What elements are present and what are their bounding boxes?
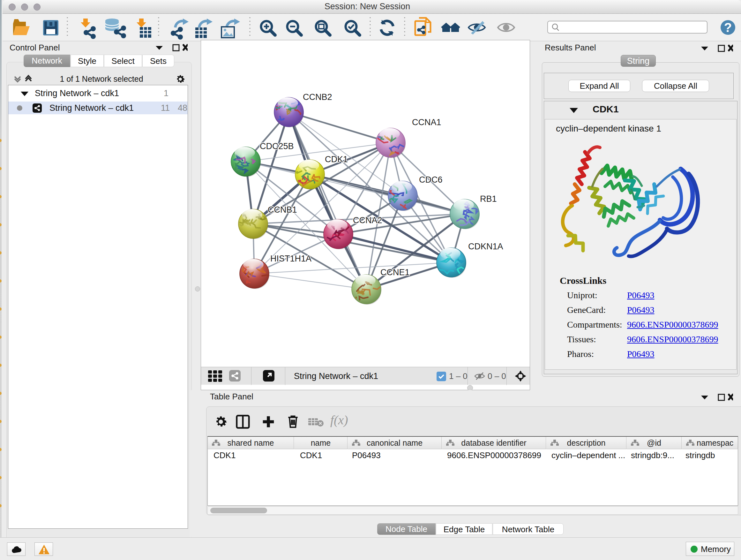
svg-text:CCNA2: CCNA2 bbox=[353, 215, 382, 225]
svg-text:CDK1: CDK1 bbox=[325, 154, 348, 164]
svg-text:CCNB1: CCNB1 bbox=[268, 205, 297, 214]
svg-text:CDC6: CDC6 bbox=[419, 175, 443, 185]
svg-text:RB1: RB1 bbox=[480, 194, 497, 204]
svg-text:CCNA1: CCNA1 bbox=[412, 118, 441, 127]
svg-text:HIST1H1A: HIST1H1A bbox=[270, 254, 312, 263]
svg-text:CDC25B: CDC25B bbox=[260, 141, 294, 151]
svg-text:CCNB2: CCNB2 bbox=[303, 92, 332, 102]
svg-text:?: ? bbox=[724, 20, 732, 35]
svg-text:CCNE1: CCNE1 bbox=[381, 267, 410, 277]
svg-text:CDKN1A: CDKN1A bbox=[468, 242, 503, 251]
